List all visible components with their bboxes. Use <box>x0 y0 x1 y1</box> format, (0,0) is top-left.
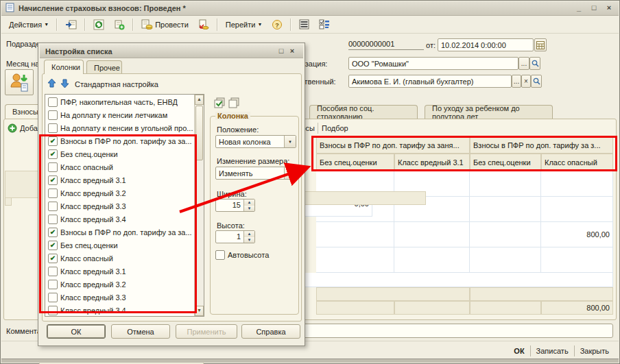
dialog-help-button[interactable]: Справка <box>241 324 300 339</box>
dialog-close-icon[interactable]: × <box>287 47 298 56</box>
column-visibility-item[interactable]: Класс вредный 3.2 <box>46 278 194 291</box>
move-down-button[interactable] <box>60 78 70 90</box>
checkbox-unchecked-icon[interactable] <box>48 123 58 133</box>
column-visibility-item[interactable]: ✔Без спец.оценки <box>46 239 194 252</box>
refresh-button[interactable] <box>90 17 108 32</box>
table-cell[interactable] <box>470 171 541 197</box>
spin-down-icon[interactable]: ▼ <box>244 206 254 212</box>
height-stepper[interactable]: 1 ▲▼ <box>215 230 255 243</box>
organization-search-button[interactable] <box>529 57 540 70</box>
column-visibility-item[interactable]: На доплату к пенсии летчикам <box>46 108 194 121</box>
column-visibility-item[interactable]: ✔Без спец.оценки <box>46 147 194 160</box>
checkbox-checked-icon[interactable]: ✔ <box>48 241 58 250</box>
column-visibility-item[interactable]: Класс вредный 3.3 <box>46 291 194 304</box>
responsible-field[interactable]: Акимова Е. И. (главный бухгалтер) <box>348 75 512 88</box>
dialog-tab-other[interactable]: Прочее <box>86 60 122 74</box>
write-footer-button[interactable]: Записать <box>531 347 574 355</box>
checkbox-unchecked-icon[interactable] <box>48 202 58 211</box>
dialog-tab-columns[interactable]: Колонки <box>44 60 84 74</box>
checkbox-unchecked-icon[interactable] <box>48 162 58 172</box>
column-visibility-item[interactable]: Класс опасный <box>46 160 194 173</box>
width-stepper[interactable]: 15 ▲▼ <box>215 199 255 212</box>
checkbox-unchecked-icon[interactable] <box>48 293 58 302</box>
table-cell[interactable] <box>470 247 541 273</box>
copy-button[interactable] <box>110 17 128 32</box>
column-visibility-item[interactable]: Класс вредный 3.4 <box>46 213 194 226</box>
tab-posobiya[interactable]: Пособия по соц. страхованию <box>309 105 418 119</box>
scroll-up-icon[interactable]: ▲ <box>195 95 204 105</box>
table-cell[interactable] <box>316 247 394 273</box>
autoheight-checkbox[interactable]: Автовысота <box>215 250 269 260</box>
help-icon[interactable]: ? <box>268 17 286 32</box>
checkbox-checked-icon[interactable]: ✔ <box>48 149 58 159</box>
column-visibility-item[interactable]: ✔Класс вредный 3.1 <box>46 173 194 186</box>
responsible-search-button[interactable] <box>531 75 542 88</box>
column-visibility-item[interactable]: ✔Класс опасный <box>46 252 194 265</box>
columns-listbox[interactable]: ПФР, накопительная часть, ЕНВДНа доплату… <box>45 94 204 317</box>
checkbox-checked-icon[interactable]: ✔ <box>48 175 58 185</box>
table-cell[interactable] <box>394 247 470 273</box>
minimize-icon[interactable]: _ <box>573 3 584 13</box>
table-cell[interactable] <box>470 197 541 222</box>
dialog-ok-button[interactable]: ОК <box>47 324 106 339</box>
checkbox-unchecked-icon[interactable] <box>48 306 58 315</box>
standard-setting-button[interactable]: Стандартная настройка <box>75 79 158 89</box>
ok-button[interactable]: ОК <box>508 347 529 355</box>
scroll-down-icon[interactable]: ▼ <box>195 306 204 316</box>
organization-lookup-button[interactable]: ... <box>518 57 529 70</box>
number-field[interactable]: 00000000001 <box>348 40 424 50</box>
checkbox-unchecked-icon[interactable] <box>48 215 58 224</box>
checkbox-unchecked-icon[interactable] <box>48 280 58 289</box>
column-visibility-item[interactable]: Класс вредный 3.2 <box>46 186 194 199</box>
table-cell[interactable] <box>316 222 394 247</box>
podbor-button[interactable]: Подбор <box>322 123 348 134</box>
checkbox-unchecked-icon[interactable] <box>48 97 58 107</box>
checkbox-unchecked-icon[interactable] <box>48 189 58 198</box>
column-visibility-item[interactable]: ✔Взносы в ПФР по доп. тарифу за за... <box>46 226 194 239</box>
spin-up-icon[interactable]: ▲ <box>244 231 254 237</box>
table-cell[interactable] <box>541 247 613 273</box>
uncheck-all-button[interactable] <box>228 97 240 110</box>
table-cell[interactable] <box>541 197 613 222</box>
filter-settings-button[interactable] <box>315 17 333 32</box>
resize-combo[interactable]: Изменять ▼ <box>215 167 296 180</box>
move-up-button[interactable] <box>47 78 57 90</box>
close-icon[interactable]: × <box>604 3 615 13</box>
fill-button[interactable] <box>5 69 34 95</box>
column-visibility-item[interactable]: Класс вредный 3.4 <box>46 304 194 315</box>
checkbox-checked-icon[interactable]: ✔ <box>48 228 58 237</box>
scroll-thumb[interactable] <box>195 106 203 160</box>
table-cell[interactable]: 800,00 <box>541 222 613 247</box>
checkbox-unchecked-icon[interactable] <box>48 110 58 120</box>
spin-down-icon[interactable]: ▼ <box>244 237 254 243</box>
checkbox-unchecked-icon[interactable] <box>48 267 58 276</box>
column-visibility-item[interactable]: Класс вредный 3.3 <box>46 199 194 213</box>
unpost-button[interactable] <box>195 17 213 32</box>
tab-uhod-za-rebenkom[interactable]: По уходу за ребенком до полутора лет <box>425 105 553 119</box>
write-button[interactable] <box>62 17 80 32</box>
actions-menu-button[interactable]: Действия▼ <box>5 17 52 32</box>
chevron-down-icon[interactable]: ▼ <box>284 167 296 179</box>
date-field[interactable]: 10.02.2014 0:00:00 <box>438 38 534 51</box>
responsible-clear-button[interactable]: × <box>521 75 531 88</box>
column-visibility-item[interactable]: Класс вредный 3.1 <box>46 265 194 278</box>
list-settings-button[interactable] <box>296 17 313 32</box>
table-cell[interactable] <box>470 222 541 247</box>
checkbox-checked-icon[interactable]: ✔ <box>48 136 58 146</box>
listbox-scrollbar[interactable]: ▲ ▼ <box>194 95 204 316</box>
checkbox-unchecked-icon[interactable] <box>215 250 225 260</box>
calendar-button[interactable] <box>534 38 547 51</box>
column-visibility-item[interactable]: ПФР, накопительная часть, ЕНВД <box>46 95 194 108</box>
responsible-lookup-button[interactable]: ... <box>512 75 521 88</box>
dialog-maximize-icon[interactable]: □ <box>276 47 287 56</box>
close-footer-button[interactable]: Закрыть <box>575 347 615 355</box>
check-all-button[interactable] <box>214 97 226 110</box>
checkbox-checked-icon[interactable]: ✔ <box>48 254 58 263</box>
dialog-cancel-button[interactable]: Отмена <box>111 324 170 339</box>
chevron-down-icon[interactable]: ▼ <box>284 136 296 147</box>
maximize-icon[interactable]: □ <box>588 3 599 13</box>
goto-menu-button[interactable]: Перейти▼ <box>222 17 266 32</box>
spin-up-icon[interactable]: ▲ <box>244 199 254 206</box>
table-cell[interactable] <box>541 171 613 197</box>
organization-field[interactable]: ООО "Ромашки" <box>348 57 518 70</box>
